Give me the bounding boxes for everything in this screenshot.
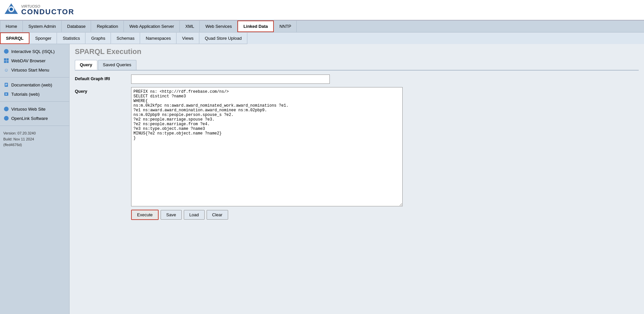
sidebar-divider-1 — [0, 77, 69, 78]
nav-sub-tab-statistics[interactable]: Statistics — [57, 32, 85, 44]
nav-sub-tab-sparql[interactable]: SPARQL — [0, 32, 29, 44]
load-button[interactable]: Load — [184, 210, 205, 220]
sidebar-item-documentation-label: Documentation (web) — [11, 82, 52, 87]
content-tabs: Query Saved Queries — [75, 60, 639, 71]
sidebar-item-interactive-sql[interactable]: Interactive SQL (ISQL) — [0, 47, 69, 56]
nav-container: Home System Admin Database Replication W… — [0, 21, 644, 44]
nav-tab-linked-data[interactable]: Linked Data — [237, 21, 274, 32]
tab-query[interactable]: Query — [75, 60, 97, 70]
tab-saved-queries[interactable]: Saved Queries — [98, 60, 136, 70]
person-icon: ☺ — [3, 67, 9, 73]
nav-tab-web-app-server[interactable]: Web Application Server — [124, 21, 180, 32]
sidebar-item-webdav[interactable]: WebDAV Browser — [0, 56, 69, 65]
page-title: SPARQL Execution — [75, 47, 639, 56]
nav-sub-tab-schemas[interactable]: Schemas — [111, 32, 140, 44]
build-hash: (ffed4676d) — [3, 142, 66, 148]
main-content: SPARQL Execution Query Saved Queries Def… — [70, 44, 644, 314]
execute-button[interactable]: Execute — [131, 210, 159, 220]
clear-button[interactable]: Clear — [207, 210, 228, 220]
sidebar-divider-2 — [0, 101, 69, 102]
sidebar-item-tutorials-label: Tutorials (web) — [11, 92, 39, 97]
svg-rect-4 — [5, 84, 7, 84]
form-row-iri: Default Graph IRI — [75, 75, 639, 84]
layout: Interactive SQL (ISQL) WebDAV Browser ☺ … — [0, 44, 644, 314]
button-row: Execute Save Load Clear — [131, 210, 639, 220]
form-area: Default Graph IRI Query PREFIX ns: <http… — [75, 75, 639, 220]
sidebar-item-openlink-software-label: OpenLink Software — [11, 116, 48, 121]
nav-tab-system-admin[interactable]: System Admin — [23, 21, 62, 32]
sidebar-item-tutorials[interactable]: Tutorials (web) — [0, 89, 69, 99]
tutorial-icon — [3, 91, 9, 97]
sidebar: Interactive SQL (ISQL) WebDAV Browser ☺ … — [0, 44, 70, 314]
sidebar-item-interactive-sql-label: Interactive SQL (ISQL) — [11, 49, 55, 54]
sidebar-item-start-menu-label: Virtuoso Start Menu — [11, 68, 49, 73]
sidebar-item-openlink-software[interactable]: OpenLink Software — [0, 114, 69, 123]
sidebar-divider-3 — [0, 126, 69, 126]
sidebar-item-virtuoso-web-site-label: Virtuoso Web Site — [11, 107, 46, 112]
logo-icon — [3, 2, 19, 18]
nav-tab-database[interactable]: Database — [62, 21, 91, 32]
nav-sub-tab-graphs[interactable]: Graphs — [85, 32, 111, 44]
sidebar-item-start-menu[interactable]: ☺ Virtuoso Start Menu — [0, 65, 69, 75]
nav-tab-replication[interactable]: Replication — [91, 21, 124, 32]
query-label: Query — [75, 87, 128, 94]
nav-tab-xml[interactable]: XML — [180, 21, 200, 32]
sidebar-version: Version: 07.20.3240 Build: Nov 11 2024 (… — [0, 129, 69, 150]
version-label: Version: 07.20.3240 — [3, 131, 66, 136]
doc-icon — [3, 82, 9, 88]
svg-rect-5 — [5, 84, 7, 85]
sidebar-item-virtuoso-web-site[interactable]: Virtuoso Web Site — [0, 104, 69, 114]
svg-point-2 — [10, 8, 13, 11]
nav-sub-tab-sponger[interactable]: Sponger — [29, 32, 57, 44]
logo-area: VIRTUOSO CONDUCTOR — [3, 2, 74, 18]
app-header: VIRTUOSO CONDUCTOR — [0, 0, 644, 21]
sidebar-item-documentation[interactable]: Documentation (web) — [0, 80, 69, 89]
top-nav-row: Home System Admin Database Replication W… — [0, 21, 644, 32]
nav-tab-web-services[interactable]: Web Services — [200, 21, 237, 32]
svg-rect-6 — [5, 85, 7, 85]
web-icon-1 — [3, 106, 9, 112]
web-icon-2 — [3, 115, 9, 121]
logo-text: VIRTUOSO CONDUCTOR — [21, 5, 74, 16]
query-textarea[interactable]: PREFIX ns: <http://rdf.freebase.com/ns/>… — [131, 87, 403, 206]
logo-conductor-label: CONDUCTOR — [21, 8, 74, 16]
circle-blue-icon — [3, 48, 9, 54]
form-row-query: Query PREFIX ns: <http://rdf.freebase.co… — [75, 87, 639, 206]
save-button[interactable]: Save — [161, 210, 182, 220]
build-label: Build: Nov 11 2024 — [3, 136, 66, 142]
nav-sub-tab-namespaces[interactable]: Namespaces — [140, 32, 176, 44]
sidebar-item-webdav-label: WebDAV Browser — [11, 58, 46, 63]
nav-tab-nntp[interactable]: NNTP — [274, 21, 297, 32]
nav-tab-home[interactable]: Home — [0, 21, 23, 32]
nav-sub-tab-quad-store-upload[interactable]: Quad Store Upload — [199, 32, 247, 44]
grid-icon — [3, 58, 9, 64]
default-graph-iri-input[interactable] — [131, 75, 330, 84]
default-graph-iri-label: Default Graph IRI — [75, 75, 128, 81]
nav-sub-tab-views[interactable]: Views — [176, 32, 199, 44]
sub-nav-row: SPARQL Sponger Statistics Graphs Schemas… — [0, 32, 644, 44]
